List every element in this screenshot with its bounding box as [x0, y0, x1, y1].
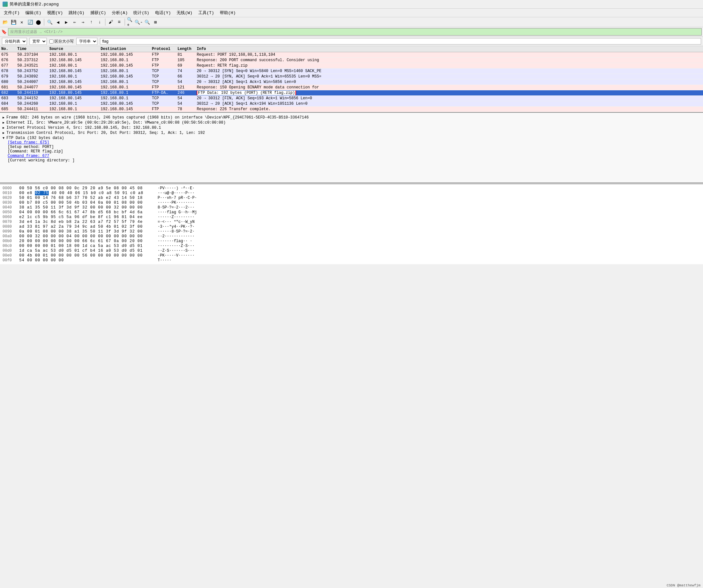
search-group-dropdown[interactable]: 分组列表 [2, 38, 27, 45]
filter-input-container[interactable]: 应用显示过滤器 … <Ctrl-/> [8, 28, 702, 35]
col-header-info: Info [196, 47, 703, 51]
last-button[interactable]: ↓ [96, 18, 103, 26]
zoom-in-button[interactable]: 🔍+ [127, 18, 134, 26]
find-packet-button[interactable]: 🔍 [46, 18, 54, 26]
packet-time: 50.244007 [16, 80, 48, 84]
search-input[interactable] [100, 38, 701, 45]
filter-bookmark-icon: 🔖 [1, 29, 7, 34]
packet-no: 678 [0, 69, 16, 73]
ftp-data-info: FTP Data: 192 bytes (PORT) (RETR flag.zi… [197, 91, 296, 95]
table-row[interactable]: 678 50.243752 192.168.80.145 192.168.80.… [0, 69, 703, 74]
packet-len: 69 [176, 63, 196, 68]
case-sensitive-checkbox[interactable] [49, 39, 54, 44]
packet-no: 684 [0, 101, 16, 106]
search-width-dropdown[interactable]: 宽窄 [29, 38, 47, 45]
menu-item[interactable]: 无线(W) [174, 9, 195, 16]
command-item: [Command: RETR flag.zip] [3, 149, 700, 154]
table-row[interactable]: 675 50.237104 192.168.80.1 192.168.80.14… [0, 52, 703, 58]
menu-item[interactable]: 分析(A) [109, 9, 130, 16]
zoom-out-button[interactable]: 🔍- [135, 18, 143, 26]
frame-section: Frame 682: 246 bytes on wire (1968 bits)… [3, 115, 700, 120]
zoom-reset-button[interactable]: 🔍 [143, 18, 151, 26]
packet-proto: FTP [151, 63, 176, 68]
status-bar: CSDN @matthewfjm [664, 583, 703, 588]
table-row[interactable]: 685 50.244411 192.168.80.1 192.168.80.14… [0, 107, 703, 112]
packet-dst: 192.168.80.145 [99, 53, 151, 57]
table-row[interactable]: 684 50.244260 192.168.80.1 192.168.80.14… [0, 101, 703, 107]
hex-ascii: ······PK········ [158, 200, 194, 205]
menu-item[interactable]: 跳转(G) [66, 9, 87, 16]
next-button[interactable]: ⇒ [79, 18, 87, 26]
hex-offset: 0090 [3, 229, 15, 234]
ip-expander[interactable]: Internet Protocol Version 4, Src: 192.16… [3, 125, 161, 130]
hex-row: 00a0 00 00 32 00 00 00 04 00 00 00 00 00… [3, 234, 700, 239]
toolbar-sep2 [105, 19, 105, 26]
back-button[interactable]: ◀ [54, 18, 62, 26]
hex-ascii: ··Z·S·······S··· [158, 249, 194, 253]
menu-bar: 文件(F)编辑(E)视图(V)跳转(G)捕获(C)分析(A)统计(S)电话(Y)… [0, 9, 703, 17]
frame-expander[interactable]: Frame 682: 246 bytes on wire (1968 bits)… [3, 115, 309, 120]
menu-item[interactable]: 电话(Y) [153, 9, 173, 16]
packet-src: 192.168.80.1 [48, 74, 99, 79]
table-row[interactable]: 677 50.243521 192.168.80.1 192.168.80.14… [0, 63, 703, 69]
search-type-dropdown[interactable]: 字符串 [76, 38, 97, 45]
command-frame-link[interactable]: Command frame: 677 [3, 154, 700, 158]
hex-row: 0070 3d e4 1a 3c 8d eb b8 2a 22 63 a7 f2… [3, 220, 700, 224]
save-button[interactable]: 💾 [10, 18, 17, 26]
forward-button[interactable]: ▶ [63, 18, 70, 26]
case-sensitive-text: 区分大小写 [55, 39, 74, 44]
setup-frame-link[interactable]: [Setup frame: 675] [3, 140, 700, 145]
col-header-time: Time [16, 47, 48, 51]
menu-item[interactable]: 视图(V) [45, 9, 65, 16]
packet-len: 81 [176, 53, 196, 57]
ethernet-expander[interactable]: Ethernet II, Src: VMware_20:a9:5e (00:0c… [3, 120, 226, 125]
hex-pane: 0000 00 50 56 c0 00 08 00 0c 29 20 a9 5e… [0, 184, 703, 264]
menu-item[interactable]: 帮助(H) [217, 9, 238, 16]
packet-info: 20 → 30312 [FIN, ACK] Seq=193 Ack=1 Win=… [196, 96, 703, 100]
tcp-expander[interactable]: Transmission Control Protocol, Src Port:… [3, 131, 205, 135]
table-row[interactable]: 682 50.244119 192.168.80.145 192.168.80.… [0, 90, 703, 96]
hex-offset: 0000 [3, 186, 15, 190]
packet-time: 50.244411 [16, 107, 48, 111]
case-sensitive-label: 区分大小写 [49, 39, 74, 44]
hex-row: 0090 0a 00 01 08 00 00 38 a1 35 50 11 3f… [3, 229, 700, 234]
packet-no: 677 [0, 63, 16, 68]
table-row[interactable]: 681 50.244077 192.168.80.145 192.168.80.… [0, 85, 703, 90]
hex-bytes: 00 00 00 00 01 00 18 00 1d ca 5a ac 53 d… [19, 244, 154, 248]
menu-item[interactable]: 工具(T) [196, 9, 217, 16]
packet-time: 50.243892 [16, 74, 48, 79]
menu-item[interactable]: 编辑(E) [23, 9, 44, 16]
first-button[interactable]: ↑ [87, 18, 95, 26]
packet-proto: FTP [151, 107, 176, 111]
table-row[interactable]: 683 50.244152 192.168.80.145 192.168.80.… [0, 96, 703, 101]
close-button[interactable]: ✕ [18, 18, 26, 26]
table-row[interactable]: 679 50.243892 192.168.80.1 192.168.80.14… [0, 74, 703, 79]
reload-button[interactable]: 🔄 [26, 18, 34, 26]
packet-time: 50.243521 [16, 63, 48, 68]
hex-ascii: ······Z········· [158, 215, 194, 220]
hex-ascii: ·3···*y4··PK··?· [158, 225, 194, 229]
col-header-no: No. [0, 47, 16, 51]
current-dir-item: [Current working directory: ] [3, 158, 700, 163]
colorize-button[interactable]: 🖌 [107, 18, 115, 26]
capture-options-button[interactable]: ⬤ [34, 18, 42, 26]
menu-item[interactable]: 捕获(C) [88, 9, 108, 16]
window-title: 简单的流量分析2.pcapng [10, 1, 59, 7]
resize-columns-button[interactable]: ⊞ [152, 18, 159, 26]
menu-item[interactable]: 统计(S) [131, 9, 152, 16]
prev-button[interactable]: ⇐ [71, 18, 79, 26]
packet-no: 675 [0, 53, 16, 57]
menu-item[interactable]: 文件(F) [1, 9, 22, 16]
hex-ascii: ·······flag·· · [158, 239, 192, 243]
table-row[interactable]: 676 50.237312 192.168.80.145 192.168.80.… [0, 58, 703, 63]
packet-info: 20 → 30312 [SYN] Seq=0 Win=5840 Len=0 MS… [196, 69, 703, 73]
packet-no: 680 [0, 80, 16, 84]
table-row[interactable]: 680 50.244007 192.168.80.145 192.168.80.… [0, 79, 703, 85]
packet-info: Response: 226 Transfer complete. [196, 107, 703, 111]
packet-dst: 192.168.80.1 [99, 58, 151, 63]
packet-no: 679 [0, 74, 16, 79]
open-button[interactable]: 📂 [1, 18, 9, 26]
ftp-data-expander[interactable]: FTP Data (192 bytes data) [3, 136, 64, 140]
auto-scroll-button[interactable]: ≡ [115, 18, 123, 26]
packet-no: 683 [0, 96, 16, 100]
